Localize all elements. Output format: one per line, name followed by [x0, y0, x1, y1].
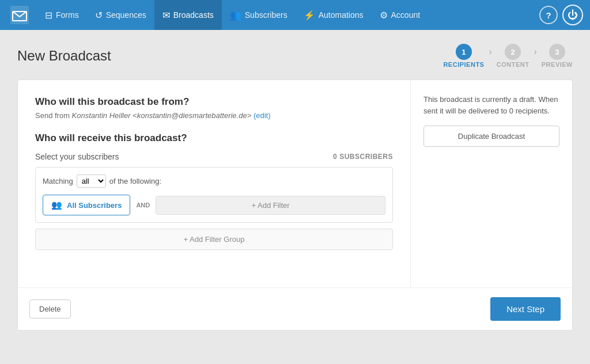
- nav-item-broadcasts[interactable]: ✉ Broadcasts: [154, 0, 222, 30]
- nav-logo[interactable]: [7, 2, 32, 28]
- account-icon: ⚙: [380, 10, 388, 21]
- nav-label-sequences: Sequences: [106, 10, 146, 20]
- subscribers-icon: 👥: [230, 10, 241, 21]
- subscribers-count: 0 SUBSCRIBERS: [333, 153, 393, 161]
- filter-matching-row: Matching all any of the following:: [43, 175, 385, 188]
- add-filter-button[interactable]: + Add Filter: [156, 196, 385, 215]
- nav-item-subscribers[interactable]: 👥 Subscribers: [222, 0, 296, 30]
- nav-label-forms: Forms: [56, 10, 79, 20]
- subscribers-chip-icon: 👥: [51, 200, 62, 210]
- card-left: Who will this broadcast be from? Send fr…: [18, 80, 411, 287]
- and-label: AND: [136, 202, 150, 208]
- from-subtitle: Send from Konstantin Heiller <konstantin…: [35, 111, 393, 120]
- select-subscribers-label: Select your subscribers: [35, 152, 119, 161]
- from-subtitle-prefix: Send from: [35, 111, 72, 120]
- add-filter-group-button[interactable]: + Add Filter Group: [35, 229, 393, 250]
- card-right: This broadcast is currently a draft. Whe…: [411, 80, 572, 287]
- matching-label: Matching: [43, 177, 73, 185]
- step-circle-recipients: 1: [456, 44, 472, 60]
- step-circle-content: 2: [505, 44, 521, 60]
- receive-title: Who will receive this broadcast?: [35, 132, 393, 144]
- duplicate-broadcast-button[interactable]: Duplicate Broadcast: [423, 126, 559, 147]
- subscribers-chip-label: All Subscribers: [67, 201, 122, 210]
- nav-label-automations: Automations: [319, 10, 364, 20]
- nav-item-sequences[interactable]: ↺ Sequences: [87, 0, 154, 30]
- card-footer: Delete Next Step: [18, 287, 572, 330]
- from-title: Who will this broadcast be from?: [35, 96, 393, 108]
- delete-button[interactable]: Delete: [29, 299, 71, 318]
- filter-row: 👥 All Subscribers AND + Add Filter: [43, 195, 385, 215]
- help-button[interactable]: ?: [539, 6, 558, 24]
- step-circle-preview: 3: [549, 44, 565, 60]
- subscribers-header: Select your subscribers 0 SUBSCRIBERS: [35, 152, 393, 161]
- draft-text: This broadcast is currently a draft. Whe…: [423, 94, 559, 116]
- step-content[interactable]: 2 CONTENT: [497, 44, 530, 68]
- step-preview[interactable]: 3 PREVIEW: [542, 44, 573, 68]
- step-arrow-1: ›: [489, 47, 491, 65]
- stepper: 1 RECIPIENTS › 2 CONTENT › 3 PREVIEW: [443, 44, 573, 68]
- navbar: ⊟ Forms ↺ Sequences ✉ Broadcasts 👥 Subsc…: [0, 0, 590, 30]
- page-header: New Broadcast 1 RECIPIENTS › 2 CONTENT ›…: [17, 44, 573, 68]
- main-area: New Broadcast 1 RECIPIENTS › 2 CONTENT ›…: [0, 30, 590, 364]
- matching-suffix: of the following:: [109, 177, 161, 185]
- nav-label-subscribers: Subscribers: [245, 10, 288, 20]
- sender-name: Konstantin Heiller: [72, 111, 131, 120]
- sequences-icon: ↺: [95, 10, 103, 21]
- power-button[interactable]: ⏻: [562, 5, 583, 25]
- all-subscribers-chip[interactable]: 👥 All Subscribers: [43, 195, 130, 215]
- step-label-content: CONTENT: [497, 61, 530, 68]
- step-recipients[interactable]: 1 RECIPIENTS: [443, 44, 484, 68]
- sender-email: <konstantin@diesmartebatterie.de>: [133, 111, 251, 120]
- nav-item-forms[interactable]: ⊟ Forms: [37, 0, 87, 30]
- broadcast-card: Who will this broadcast be from? Send fr…: [17, 79, 573, 331]
- step-label-preview: PREVIEW: [542, 61, 573, 68]
- step-label-recipients: RECIPIENTS: [443, 61, 484, 68]
- edit-sender-link[interactable]: (edit): [254, 111, 271, 120]
- nav-label-account: Account: [391, 10, 421, 20]
- nav-item-automations[interactable]: ⚡ Automations: [296, 0, 372, 30]
- card-body: Who will this broadcast be from? Send fr…: [18, 80, 572, 287]
- step-arrow-2: ›: [534, 47, 536, 65]
- nav-item-account[interactable]: ⚙ Account: [372, 0, 429, 30]
- automations-icon: ⚡: [304, 10, 315, 21]
- page-title: New Broadcast: [17, 48, 111, 64]
- nav-label-broadcasts: Broadcasts: [173, 10, 214, 20]
- filter-box: Matching all any of the following: 👥 All…: [35, 167, 393, 223]
- matching-select[interactable]: all any: [77, 175, 106, 188]
- broadcasts-icon: ✉: [162, 10, 170, 21]
- next-step-button[interactable]: Next Step: [490, 297, 561, 321]
- forms-icon: ⊟: [45, 10, 52, 21]
